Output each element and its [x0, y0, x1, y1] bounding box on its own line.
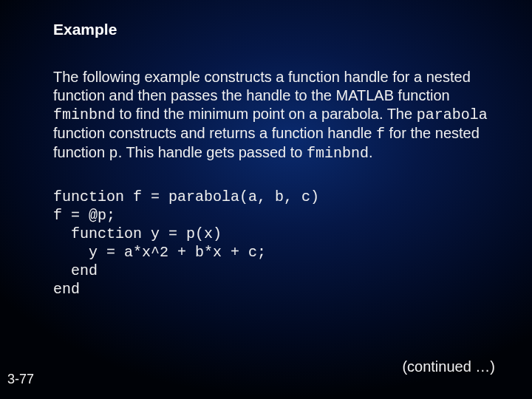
code-block: function f = parabola(a, b, c) f = @p; f… — [53, 188, 502, 299]
description-paragraph: The following example constructs a funct… — [53, 68, 502, 163]
page-number: 3-77 — [7, 372, 34, 387]
code-inline-f: f — [376, 126, 385, 143]
code-inline-fminbnd-1: fminbnd — [53, 106, 115, 123]
para-text-1: The following example constructs a funct… — [53, 69, 471, 103]
para-text-5: . This handle gets passed to — [118, 144, 307, 160]
para-text-6: . — [369, 144, 373, 160]
slide-content: Example The following example constructs… — [53, 21, 502, 299]
code-inline-p: p — [109, 145, 118, 162]
para-text-2: to find the minimum point on a parabola.… — [115, 106, 417, 122]
code-inline-fminbnd-2: fminbnd — [307, 145, 369, 162]
para-text-3: function constructs and returns a functi… — [53, 125, 376, 141]
code-inline-parabola: parabola — [417, 106, 488, 123]
heading-example: Example — [53, 21, 502, 38]
continued-label: (continued …) — [402, 358, 495, 375]
